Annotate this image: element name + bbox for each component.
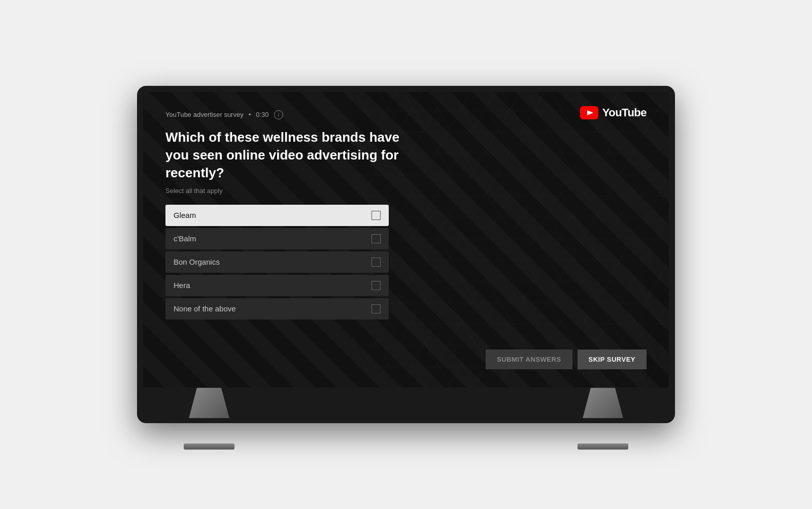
- tv-outer: YouTube YouTube advertiser survey • 0:30…: [137, 86, 675, 424]
- question-title: Which of these wellness brands have you …: [165, 129, 409, 182]
- question-subtitle: Select all that apply: [165, 187, 647, 195]
- option-gleam-label: Gleam: [174, 211, 196, 219]
- submit-answers-button[interactable]: SUBMIT ANSWERS: [486, 349, 572, 369]
- option-bon-organics-checkbox[interactable]: [371, 258, 381, 267]
- stand-leg-right: [583, 388, 623, 418]
- stand-leg-left: [189, 388, 229, 418]
- option-gleam-checkbox[interactable]: [371, 211, 381, 220]
- tv-screen: YouTube YouTube advertiser survey • 0:30…: [143, 92, 669, 388]
- survey-header: YouTube advertiser survey • 0:30 i: [165, 110, 647, 119]
- option-cbalm-label: c'Balm: [174, 234, 196, 243]
- option-gleam[interactable]: Gleam: [165, 205, 389, 226]
- bottom-actions: SUBMIT ANSWERS SKIP SURVEY: [486, 349, 647, 369]
- stand-base-right: [578, 443, 628, 450]
- skip-survey-button[interactable]: SKIP SURVEY: [578, 349, 647, 369]
- option-hera-label: Hera: [174, 281, 190, 290]
- option-cbalm-checkbox[interactable]: [371, 234, 381, 243]
- stand-base-left: [184, 443, 234, 450]
- option-none-checkbox[interactable]: [371, 304, 381, 313]
- options-list: Gleam c'Balm Bon Organics Hera None of t: [165, 205, 389, 320]
- screen-content: YouTube advertiser survey • 0:30 i Which…: [143, 92, 669, 388]
- tv-stand: [143, 388, 669, 423]
- info-icon[interactable]: i: [274, 110, 283, 119]
- survey-timer: 0:30: [256, 111, 268, 118]
- option-cbalm[interactable]: c'Balm: [165, 228, 389, 249]
- option-hera-checkbox[interactable]: [371, 281, 381, 290]
- stand-left: [184, 388, 234, 450]
- option-hera[interactable]: Hera: [165, 275, 389, 296]
- option-none-label: None of the above: [174, 304, 236, 313]
- stand-right: [578, 388, 628, 450]
- survey-separator: •: [249, 111, 251, 118]
- option-bon-organics-label: Bon Organics: [174, 258, 220, 266]
- option-bon-organics[interactable]: Bon Organics: [165, 251, 389, 273]
- option-none[interactable]: None of the above: [165, 298, 389, 320]
- survey-label: YouTube advertiser survey: [165, 111, 244, 118]
